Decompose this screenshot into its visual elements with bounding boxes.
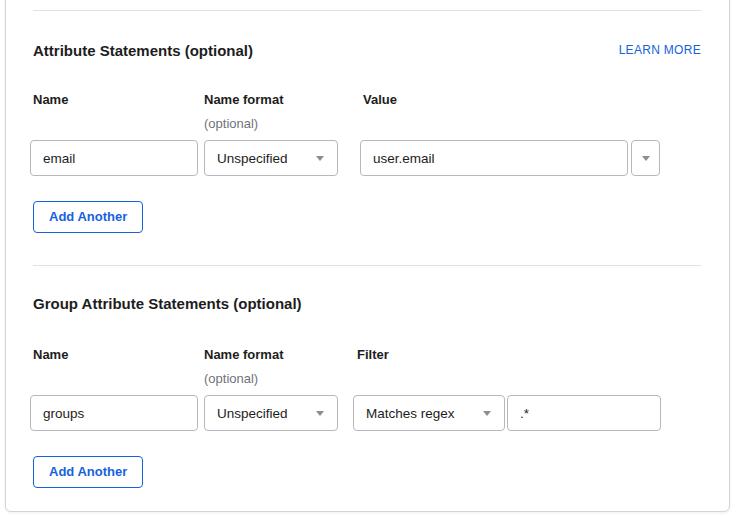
attribute-value-dropdown-button[interactable] xyxy=(631,140,660,176)
dropdown-arrow-icon xyxy=(316,156,324,161)
column-header-name-format: Name format xyxy=(204,92,283,107)
dropdown-arrow-icon xyxy=(483,411,491,416)
selected-name-format-label: Unspecified xyxy=(217,406,316,421)
attribute-name-format-select[interactable]: Unspecified xyxy=(204,140,338,176)
learn-more-link[interactable]: LEARN MORE xyxy=(619,43,701,57)
group-attribute-name-input[interactable] xyxy=(30,395,198,431)
attribute-name-input[interactable] xyxy=(30,140,198,176)
add-another-button[interactable]: Add Another xyxy=(33,456,143,488)
column-header-value: Value xyxy=(363,92,397,107)
dropdown-arrow-icon xyxy=(316,411,324,416)
attribute-value-input[interactable] xyxy=(360,140,628,176)
column-header-name: Name xyxy=(33,92,68,107)
name-format-optional-note: (optional) xyxy=(204,371,258,386)
settings-panel xyxy=(5,0,730,512)
column-header-name-format: Name format xyxy=(204,347,283,362)
dropdown-arrow-icon xyxy=(642,156,650,161)
column-header-name: Name xyxy=(33,347,68,362)
section-divider xyxy=(33,10,701,11)
selected-filter-type-label: Matches regex xyxy=(366,406,483,421)
selected-name-format-label: Unspecified xyxy=(217,151,316,166)
group-filter-type-select[interactable]: Matches regex xyxy=(353,395,505,431)
column-header-filter: Filter xyxy=(357,347,389,362)
name-format-optional-note: (optional) xyxy=(204,116,258,131)
attribute-statements-heading: Attribute Statements (optional) xyxy=(33,42,253,59)
add-another-button[interactable]: Add Another xyxy=(33,201,143,233)
group-filter-value-input[interactable] xyxy=(507,395,661,431)
group-name-format-select[interactable]: Unspecified xyxy=(204,395,338,431)
section-divider xyxy=(33,265,701,266)
group-attribute-statements-heading: Group Attribute Statements (optional) xyxy=(33,295,302,312)
